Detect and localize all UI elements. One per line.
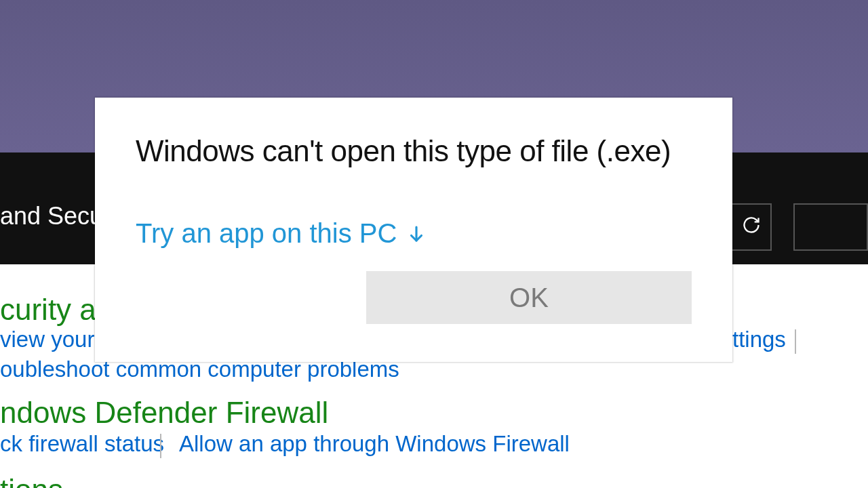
try-app-on-pc-label: Try an app on this PC bbox=[136, 218, 397, 249]
modal-overlay: Windows can't open this type of file (.e… bbox=[0, 0, 868, 488]
try-app-on-pc-link[interactable]: Try an app on this PC bbox=[136, 218, 692, 249]
chevron-down-icon bbox=[406, 224, 427, 244]
ok-button[interactable]: OK bbox=[366, 271, 692, 324]
open-with-dialog: Windows can't open this type of file (.e… bbox=[95, 98, 732, 362]
dialog-title: Windows can't open this type of file (.e… bbox=[136, 134, 692, 168]
